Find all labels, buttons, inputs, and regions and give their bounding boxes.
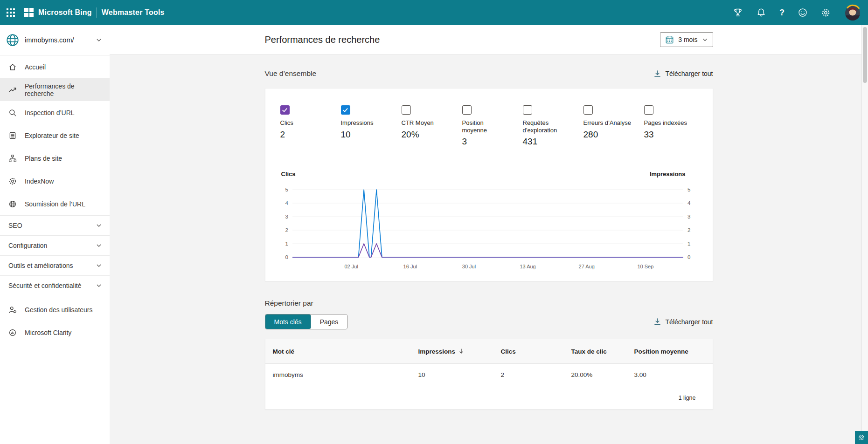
sidebar-item-indexnow[interactable]: IndexNow <box>0 170 110 192</box>
home-icon <box>8 63 17 71</box>
globe-icon <box>8 200 17 208</box>
sidebar-item-gestion-utilisateurs[interactable]: Gestion des utilisateurs <box>0 298 110 321</box>
sidebar-section-configuration[interactable]: Configuration <box>0 235 110 255</box>
sidebar-item-accueil[interactable]: Accueil <box>0 55 110 78</box>
trophy-icon <box>733 7 743 18</box>
svg-text:4: 4 <box>285 200 288 206</box>
svg-text:3: 3 <box>687 214 690 219</box>
page-title: Performances de recherche <box>265 34 380 45</box>
metric-erreurs-analyse: Erreurs d’Analyse 280 <box>583 105 636 155</box>
cell-position-moyenne: 3.00 <box>634 371 705 378</box>
column-header-clics[interactable]: Clics <box>501 348 571 355</box>
svg-text:30 Jul: 30 Jul <box>462 264 475 269</box>
sidebar-section-seo[interactable]: SEO <box>0 215 110 235</box>
sidebar-section-label: Configuration <box>8 242 47 249</box>
metric-checkbox-ctr[interactable] <box>402 105 411 115</box>
metric-checkbox-position[interactable] <box>462 105 472 115</box>
column-header-position-moyenne[interactable]: Position moyenne <box>634 348 705 355</box>
metric-requetes-exploration: Requêtes d’exploration 431 <box>523 105 575 155</box>
metric-value: 10 <box>341 130 393 140</box>
sidebar-item-microsoft-clarity[interactable]: Microsoft Clarity <box>0 321 110 344</box>
corner-settings-button[interactable] <box>855 431 868 444</box>
metric-value: 20% <box>402 130 454 140</box>
metric-value: 2 <box>280 130 333 140</box>
metric-label: Position moyenne <box>462 119 491 134</box>
sort-descending-icon <box>458 348 465 355</box>
tab-mots-cles[interactable]: Mots clés <box>265 314 311 329</box>
page-header: Performances de recherche 3 mois <box>110 25 868 55</box>
metric-position-moyenne: Position moyenne 3 <box>462 105 514 155</box>
column-header-mot-cle[interactable]: Mot clé <box>273 348 418 355</box>
scroll-region: Vue d’ensemble Télécharger tout <box>110 55 868 428</box>
sidebar-section-outils[interactable]: Outils et améliorations <box>0 255 110 275</box>
sidebar-item-soumission-url[interactable]: Soumission de l’URL <box>0 192 110 215</box>
sidebar-item-performances[interactable]: Performances de recherche <box>0 78 110 101</box>
table-row[interactable]: immobyms 10 2 20.00% 3.00 <box>265 364 713 386</box>
metric-checkbox-pages[interactable] <box>644 105 653 115</box>
metrics-row: Clics 2 Impressions 10 CTR Moyen <box>280 105 698 155</box>
chevron-down-icon <box>96 262 102 269</box>
feedback-button[interactable] <box>795 5 811 20</box>
notifications-button[interactable] <box>753 5 769 20</box>
sitemap-icon <box>8 154 17 163</box>
search-icon <box>8 109 17 117</box>
chart-right-axis-title: Impressions <box>650 171 686 178</box>
site-selector[interactable]: immobyms.com/ <box>0 25 110 55</box>
svg-text:4: 4 <box>687 200 691 206</box>
metric-label: Erreurs d’Analyse <box>583 119 636 127</box>
tab-pages[interactable]: Pages <box>311 314 347 329</box>
account-avatar[interactable] <box>844 4 861 21</box>
cell-clics: 2 <box>501 371 571 378</box>
gear-icon <box>858 434 865 441</box>
chevron-down-icon <box>96 282 102 289</box>
brand-divider <box>97 7 97 18</box>
sidebar-item-plans-de-site[interactable]: Plans de site <box>0 147 110 170</box>
svg-text:5: 5 <box>285 187 288 192</box>
sidebar-item-label: Performances de recherche <box>25 82 102 97</box>
sidebar-item-label: Soumission de l’URL <box>25 200 85 208</box>
smiley-icon <box>798 7 808 18</box>
download-all-table-button[interactable]: Télécharger tout <box>653 318 713 326</box>
metric-checkbox-impressions[interactable] <box>341 105 350 115</box>
column-header-taux-de-clic[interactable]: Taux de clic <box>571 348 634 355</box>
download-icon <box>653 318 661 326</box>
scrollbar-thumb[interactable] <box>863 27 867 83</box>
user-settings-icon <box>8 306 17 314</box>
chart-left-axis-title: Clics <box>281 171 296 178</box>
line-chart: 00112233445502 Jul16 Jul30 Jul13 Aug27 A… <box>280 184 699 276</box>
svg-text:2: 2 <box>285 227 288 233</box>
trending-icon <box>8 86 17 94</box>
sidebar-item-label: Accueil <box>25 63 46 71</box>
sidebar-section-securite[interactable]: Sécurité et confidentialité <box>0 275 110 295</box>
svg-text:5: 5 <box>687 187 690 192</box>
bing-webmaster-tools-app: Microsoft Bing Webmaster Tools <box>0 0 868 444</box>
sidebar-item-explorateur[interactable]: Explorateur de site <box>0 124 110 147</box>
brand-home-link[interactable]: Microsoft Bing Webmaster Tools <box>24 7 165 18</box>
download-all-overview-button[interactable]: Télécharger tout <box>653 70 713 78</box>
column-header-impressions[interactable]: Impressions <box>418 348 501 355</box>
scrollbar[interactable] <box>861 25 868 444</box>
check-icon <box>342 108 348 113</box>
svg-text:0: 0 <box>285 254 288 260</box>
help-button[interactable]: ? <box>777 6 787 20</box>
settings-button[interactable] <box>818 5 833 20</box>
brand-webmaster-tools-label: Webmaster Tools <box>102 8 165 17</box>
svg-text:1: 1 <box>285 241 288 246</box>
metric-checkbox-requetes[interactable] <box>523 105 532 115</box>
sidebar: immobyms.com/ Accueil Performances de re… <box>0 25 110 444</box>
app-launcher-button[interactable] <box>4 6 18 20</box>
svg-text:02 Jul: 02 Jul <box>344 264 358 269</box>
date-range-button[interactable]: 3 mois <box>660 32 713 47</box>
metric-clics: Clics 2 <box>280 105 333 155</box>
rewards-button[interactable] <box>730 5 746 20</box>
sidebar-item-label: Microsoft Clarity <box>25 329 71 336</box>
chevron-down-icon <box>96 242 102 249</box>
sidebar-item-inspection-url[interactable]: Inspection d’URL <box>0 101 110 124</box>
metric-checkbox-clics[interactable] <box>280 105 290 115</box>
listby-section-title: Répertorier par <box>265 299 313 307</box>
metric-checkbox-erreurs[interactable] <box>583 105 593 115</box>
keywords-table: Mot clé Impressions Clics Taux de clic P… <box>265 339 713 410</box>
sidebar-item-label: Plans de site <box>25 155 62 162</box>
chevron-down-icon <box>96 222 102 229</box>
svg-text:0: 0 <box>687 254 690 260</box>
